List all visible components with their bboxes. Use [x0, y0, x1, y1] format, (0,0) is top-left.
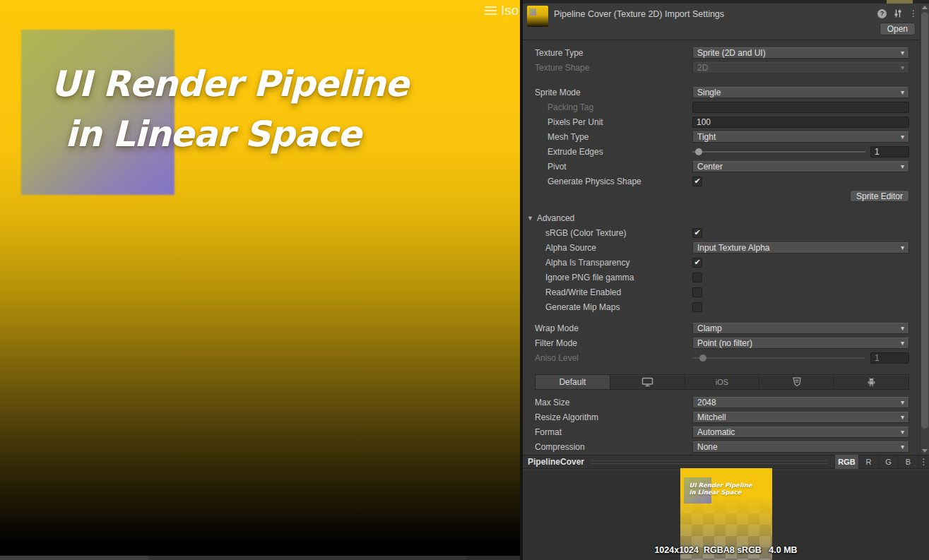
advanced-foldout[interactable]: ▼ Advanced: [523, 210, 920, 225]
field-filter-mode: Filter Mode Point (no filter) ▾: [523, 335, 920, 350]
field-read-write-enabled: Read/Write Enabled: [523, 285, 920, 299]
wrap-mode-dropdown[interactable]: Clamp ▾: [692, 323, 909, 334]
sprite-mode-dropdown[interactable]: Single ▾: [692, 87, 909, 98]
open-button[interactable]: Open: [880, 23, 916, 35]
dropdown-arrow-icon: ▾: [901, 133, 904, 141]
field-packing-tag: Packing Tag: [523, 100, 920, 114]
texture-info-label: 1024x1024 RGBA8 sRGB 4.0 MB: [523, 545, 929, 555]
horizontal-scrollbar-thumb[interactable]: [0, 556, 148, 560]
mesh-type-dropdown[interactable]: Tight ▾: [692, 131, 909, 143]
channel-rgb-button[interactable]: RGB: [834, 455, 858, 469]
preview-header-bar: PipelineCover RGB R G B ⋮: [523, 455, 929, 469]
sprite-editor-button[interactable]: Sprite Editor: [850, 190, 909, 202]
vertical-scrollbar[interactable]: [920, 4, 929, 455]
tab-android[interactable]: [834, 375, 909, 389]
channel-g-button[interactable]: G: [878, 455, 898, 469]
html5-shield-icon: [792, 377, 802, 387]
dropdown-arrow-icon: ▾: [901, 413, 904, 421]
texture-shape-dropdown: 2D ▾: [692, 62, 909, 73]
cover-title: UI Render Pipeline in Linear Space: [51, 59, 408, 160]
horizontal-scrollbar[interactable]: [0, 556, 520, 560]
more-menu-icon[interactable]: ⋮: [909, 9, 915, 18]
generate-physics-shape-checkbox[interactable]: ✔: [692, 177, 702, 186]
pixels-per-unit-input[interactable]: 100: [692, 117, 909, 128]
resize-algorithm-dropdown[interactable]: Mitchell ▾: [692, 412, 909, 423]
inspector-title: Pipeline Cover (Texture 2D) Import Setti…: [554, 9, 724, 19]
iso-toggle[interactable]: Iso: [501, 4, 519, 17]
field-wrap-mode: Wrap Mode Clamp ▾: [523, 321, 920, 335]
vertical-scrollbar-thumb[interactable]: [921, 12, 928, 429]
advanced-label: Advanced: [537, 213, 574, 223]
field-max-size: Max Size 2048 ▾: [523, 395, 920, 410]
tab-standalone[interactable]: [610, 375, 685, 389]
texture-thumbnail-icon: [527, 6, 548, 27]
field-alpha-is-transparency: Alpha Is Transparency ✔: [523, 255, 920, 270]
slider-knob: [699, 355, 706, 362]
preview-asset-name: PipelineCover: [523, 457, 584, 467]
field-pivot: Pivot Center ▾: [523, 159, 920, 174]
check-icon: ✔: [694, 258, 700, 266]
field-texture-type: Texture Type Sprite (2D and UI) ▾: [523, 45, 920, 60]
channel-r-button[interactable]: R: [858, 455, 878, 469]
field-extrude-edges: Extrude Edges 1: [523, 144, 920, 159]
aniso-level-slider: [692, 352, 865, 364]
read-write-enabled-checkbox[interactable]: [692, 287, 702, 297]
presets-icon[interactable]: [893, 8, 903, 18]
format-dropdown[interactable]: Automatic ▾: [692, 427, 909, 438]
field-mesh-type: Mesh Type Tight ▾: [523, 129, 920, 144]
extrude-edges-value[interactable]: 1: [870, 146, 909, 157]
field-sprite-mode: Sprite Mode Single ▾: [523, 85, 920, 100]
preview-resize-handle[interactable]: [591, 460, 827, 464]
field-srgb: sRGB (Color Texture) ✔: [523, 225, 920, 240]
platform-override-tabs: Default iOS: [535, 374, 909, 390]
tab-default[interactable]: Default: [535, 375, 610, 389]
dropdown-arrow-icon: ▾: [901, 339, 904, 347]
srgb-checkbox[interactable]: ✔: [692, 228, 702, 238]
field-generate-physics-shape: Generate Physics Shape ✔: [523, 174, 920, 189]
filter-mode-dropdown[interactable]: Point (no filter) ▾: [692, 338, 909, 349]
unity-editor: UI Render Pipeline in Linear Space Iso P…: [0, 0, 929, 560]
import-settings-form: Texture Type Sprite (2D and UI) ▾ Textur…: [523, 40, 920, 455]
dropdown-arrow-icon: ▾: [901, 428, 904, 436]
dropdown-arrow-icon: ▾: [901, 162, 904, 170]
field-ignore-png-gamma: Ignore PNG file gamma: [523, 270, 920, 285]
field-resize-algorithm: Resize Algorithm Mitchell ▾: [523, 410, 920, 424]
field-pixels-per-unit: Pixels Per Unit 100: [523, 114, 920, 129]
pivot-dropdown[interactable]: Center ▾: [692, 161, 909, 172]
compression-dropdown[interactable]: None ▾: [692, 441, 909, 453]
slider-knob[interactable]: [695, 148, 702, 155]
aniso-level-value: 1: [870, 352, 909, 364]
tab-ios[interactable]: iOS: [685, 375, 760, 389]
texture-preview-area: UI Render Pipeline in Linear Space 1024x…: [523, 470, 929, 560]
check-icon: ✔: [694, 229, 700, 237]
scene-view-controls[interactable]: Iso: [485, 4, 519, 17]
tab-webgl[interactable]: [759, 375, 834, 389]
generate-mip-maps-checkbox[interactable]: [692, 302, 702, 312]
ignore-png-gamma-checkbox[interactable]: [692, 273, 702, 282]
field-alpha-source: Alpha Source Input Texture Alpha ▾: [523, 240, 920, 255]
dropdown-arrow-icon: ▾: [901, 398, 904, 406]
alpha-source-dropdown[interactable]: Input Texture Alpha ▾: [692, 242, 909, 254]
alpha-is-transparency-checkbox[interactable]: ✔: [692, 258, 702, 268]
scene-view: UI Render Pipeline in Linear Space Iso: [0, 0, 520, 560]
channel-b-button[interactable]: B: [898, 455, 918, 469]
preview-menu-icon[interactable]: ⋮: [918, 455, 929, 469]
packing-tag-input[interactable]: [692, 102, 909, 113]
check-icon: ✔: [694, 177, 700, 185]
dropdown-arrow-icon: ▾: [901, 49, 904, 56]
field-aniso-level: Aniso Level 1: [523, 350, 920, 365]
dropdown-arrow-icon: ▾: [901, 244, 904, 251]
extrude-edges-slider[interactable]: [692, 146, 865, 157]
help-icon[interactable]: ?: [877, 9, 887, 18]
hamburger-icon[interactable]: [485, 6, 497, 15]
texture-type-dropdown[interactable]: Sprite (2D and UI) ▾: [692, 47, 909, 59]
scroll-down-arrow[interactable]: [922, 449, 928, 453]
field-format: Format Automatic ▾: [523, 424, 920, 439]
cover-title-line2: in Linear Space: [65, 109, 408, 160]
max-size-dropdown[interactable]: 2048 ▾: [692, 397, 909, 408]
monitor-icon: [641, 377, 653, 387]
field-texture-shape: Texture Shape 2D ▾: [523, 60, 920, 75]
dropdown-arrow-icon: ▾: [901, 324, 904, 332]
scroll-up-arrow[interactable]: [922, 6, 928, 9]
android-icon: [867, 377, 876, 387]
